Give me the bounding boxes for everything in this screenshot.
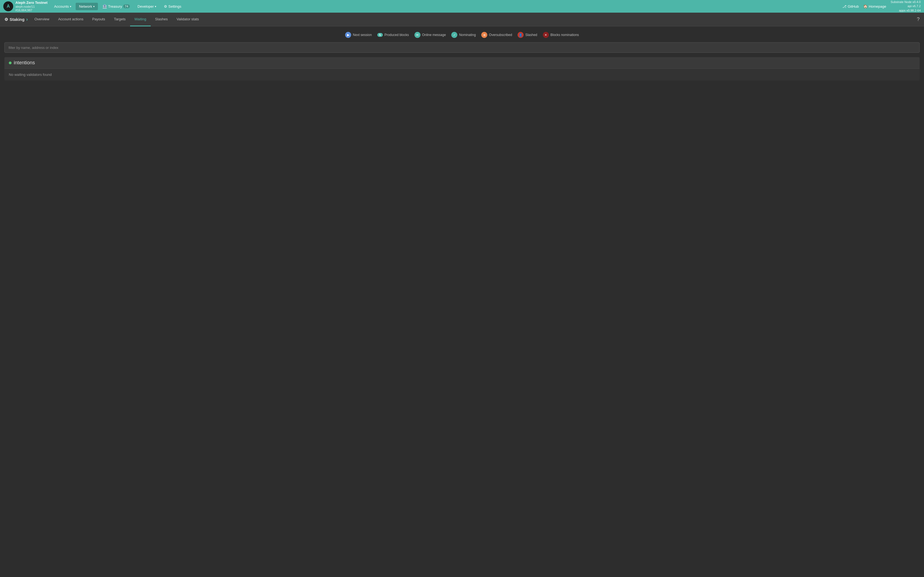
staking-navigation: Overview Account actions Payouts Targets… <box>30 13 917 26</box>
help-icon[interactable]: ? <box>917 16 919 22</box>
github-link[interactable]: ⎇ GitHub <box>842 5 859 8</box>
developer-nav-button[interactable]: Developer ▾ <box>134 3 160 10</box>
logo-area[interactable]: A Aleph Zero Testnet aleph-node/11 #16,6… <box>3 0 48 12</box>
staking-nav-targets[interactable]: Targets <box>110 13 130 26</box>
settings-icon: ⚙ <box>164 5 167 8</box>
intentions-title: intentions <box>14 60 35 66</box>
intentions-status-dot <box>9 61 11 64</box>
nav-right: ⎇ GitHub 🏠 Homepage Substrate Node v0.4.… <box>842 0 921 13</box>
staking-nav-account-actions[interactable]: Account actions <box>53 13 88 26</box>
nominating-icon: ✓ <box>451 32 457 38</box>
network-dropdown-arrow: ▾ <box>93 5 95 8</box>
filter-input[interactable] <box>8 46 916 50</box>
main-content: ▶ Next session 5 Produced blocks ✉ Onlin… <box>0 26 924 86</box>
legend-produced-blocks: 5 Produced blocks <box>377 33 409 37</box>
app-name: Aleph Zero Testnet <box>15 0 48 5</box>
intentions-header: intentions <box>5 57 919 69</box>
settings-nav-button[interactable]: ⚙ Settings <box>161 3 184 10</box>
legend-slashed: 👤 Slashed <box>517 32 537 38</box>
no-validators-message: No waiting validators found <box>9 73 52 77</box>
staking-nav-waiting[interactable]: Waiting <box>130 13 151 26</box>
legend-next-session: ▶ Next session <box>345 32 372 38</box>
legend-nominating: ✓ Nominating <box>451 32 476 38</box>
accounts-dropdown-arrow: ▾ <box>70 5 71 8</box>
legend-online-message: ✉ Online message <box>414 32 446 38</box>
staking-nav-validator-stats[interactable]: Validator stats <box>172 13 203 26</box>
node-name: aleph-node/11 <box>15 5 48 8</box>
legend-oversubscribed: ⊗ Oversubscribed <box>481 32 512 38</box>
staking-header: ⚙ Staking › Overview Account actions Pay… <box>0 13 924 26</box>
developer-dropdown-arrow: ▾ <box>155 5 156 8</box>
treasury-badge: 74 <box>123 5 130 8</box>
legend-strip: ▶ Next session 5 Produced blocks ✉ Onlin… <box>5 32 919 38</box>
oversubscribed-icon: ⊗ <box>481 32 487 38</box>
staking-nav-slashes[interactable]: Slashes <box>151 13 172 26</box>
treasury-icon: 🏦 <box>102 4 107 8</box>
staking-chevron-icon: › <box>26 16 28 22</box>
intentions-body: No waiting validators found <box>5 69 919 81</box>
block-number: #16,664,987 <box>15 8 48 12</box>
homepage-icon: 🏠 <box>863 5 867 8</box>
top-navigation: A Aleph Zero Testnet aleph-node/11 #16,6… <box>0 0 924 13</box>
homepage-link[interactable]: 🏠 Homepage <box>863 5 886 8</box>
staking-nav-overview[interactable]: Overview <box>30 13 53 26</box>
version-info: Substrate Node v0.4.0 api v6.7.2 apps v0… <box>891 0 921 13</box>
next-session-icon: ▶ <box>345 32 351 38</box>
network-nav-button[interactable]: Network ▾ <box>76 3 98 10</box>
online-message-icon: ✉ <box>414 32 420 38</box>
staking-gear-icon: ⚙ <box>5 17 8 22</box>
blocks-nominations-icon: ✕ <box>543 32 549 38</box>
staking-nav-payouts[interactable]: Payouts <box>88 13 110 26</box>
produced-blocks-badge: 5 <box>377 33 383 37</box>
filter-box <box>5 42 919 53</box>
github-icon: ⎇ <box>842 5 846 8</box>
staking-title: ⚙ Staking › <box>5 16 28 22</box>
intentions-section: intentions No waiting validators found <box>5 57 919 81</box>
accounts-nav-button[interactable]: Accounts ▾ <box>51 3 74 10</box>
treasury-nav-button[interactable]: 🏦 Treasury 74 <box>99 2 133 10</box>
app-logo: A <box>3 2 13 11</box>
slashed-icon: 👤 <box>517 32 523 38</box>
legend-blocks-nominations: ✕ Blocks nominations <box>543 32 579 38</box>
